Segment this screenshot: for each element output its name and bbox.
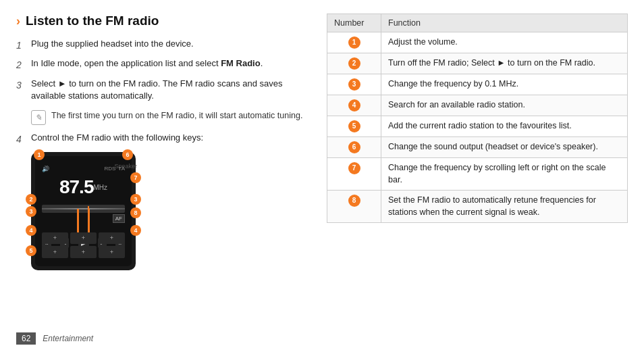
- step-4: 4 Control the FM radio with the followin…: [16, 132, 306, 146]
- step-text-4: Control the FM radio with the following …: [31, 132, 203, 145]
- step-text-1: Plug the supplied headset into the devic…: [31, 38, 194, 51]
- step-text-2: In Idle mode, open the application list …: [31, 57, 263, 70]
- freq-main: 87.5: [59, 176, 94, 197]
- row-6-number: 6: [327, 137, 381, 158]
- step-number-2: 2: [16, 57, 31, 72]
- device-inner: Speaker 🔊 RDS TA 87.5MHz: [35, 156, 132, 266]
- row-2-function: Turn off the FM radio; Select ► to turn …: [381, 53, 628, 74]
- label-4-left: 4: [26, 225, 36, 236]
- label-4-right: 4: [130, 225, 141, 236]
- fav-1: [42, 232, 68, 245]
- table-row: 6 Change the sound output (headset or de…: [327, 137, 628, 158]
- chevron-icon: ›: [16, 14, 20, 28]
- row-3-function: Change the frequency by 0.1 MHz.: [381, 74, 628, 95]
- page-footer: 62 Entertainment: [0, 328, 644, 350]
- col-header-number: Number: [327, 14, 381, 32]
- row-7-function: Change the frequency by scrolling left o…: [381, 158, 628, 191]
- step-number-4: 4: [16, 132, 31, 146]
- num-badge-1: 1: [348, 36, 360, 49]
- orange-bar-2: [88, 209, 90, 236]
- row-6-function: Change the sound output (headset or devi…: [381, 137, 628, 158]
- page-number: 62: [16, 332, 36, 345]
- table-row: 3 Change the frequency by 0.1 MHz.: [327, 74, 628, 95]
- mid-control-area: AF: [42, 211, 125, 230]
- num-badge-3: 3: [348, 78, 360, 91]
- label-1: 1: [34, 149, 45, 160]
- right-column: Number Function 1 Adjust the volume. 2 T…: [327, 14, 628, 322]
- section-title: › Listen to the FM radio: [16, 14, 306, 28]
- step-number-3: 3: [16, 78, 31, 92]
- col-header-function: Function: [381, 14, 628, 32]
- row-8-function: Set the FM radio to automatically retune…: [381, 191, 628, 223]
- table-row: 1 Adjust the volume.: [327, 32, 628, 53]
- num-badge-5: 5: [348, 120, 360, 132]
- row-4-function: Search for an available radio station.: [381, 95, 628, 116]
- num-badge-4: 4: [348, 99, 360, 111]
- fav-5: [70, 246, 97, 258]
- row-7-number: 7: [327, 158, 381, 191]
- orange-bar-1: [77, 209, 79, 236]
- scale-bar-inner: [42, 208, 125, 209]
- left-column: › Listen to the FM radio 1 Plug the supp…: [16, 14, 306, 322]
- table-row: 2 Turn off the FM radio; Select ► to tur…: [327, 53, 628, 74]
- table-row: 7 Change the frequency by scrolling left…: [327, 158, 628, 191]
- label-3-left: 3: [26, 206, 36, 217]
- fav-3: [99, 232, 125, 245]
- row-5-number: 5: [327, 116, 381, 137]
- row-3-number: 3: [327, 74, 381, 95]
- page-label: Entertainment: [43, 334, 93, 343]
- label-7: 7: [130, 172, 141, 183]
- row-8-number: 8: [327, 191, 381, 223]
- num-badge-2: 2: [348, 57, 360, 70]
- num-badge-6: 6: [348, 141, 360, 153]
- label-3-right: 3: [130, 194, 141, 205]
- table-row: 4 Search for an available radio station.: [327, 95, 628, 116]
- label-5: 5: [26, 245, 36, 256]
- freq-display: 87.5MHz: [35, 176, 132, 198]
- row-4-number: 4: [327, 95, 381, 116]
- function-table: Number Function 1 Adjust the volume. 2 T…: [327, 14, 628, 223]
- step-2: 2 In Idle mode, open the application lis…: [16, 57, 306, 72]
- num-badge-8: 8: [348, 195, 360, 207]
- fav-2: [70, 232, 97, 245]
- device-image: 1 6 7 2 3 3 8 4 4 5: [31, 152, 136, 270]
- label-2: 2: [26, 194, 36, 205]
- num-badge-7: 7: [348, 162, 360, 174]
- row-1-number: 1: [327, 32, 381, 53]
- device-container: 1 6 7 2 3 3 8 4 4 5: [31, 152, 306, 270]
- label-6: 6: [122, 149, 133, 160]
- row-5-function: Add the current radio station to the fav…: [381, 116, 628, 137]
- note-text: The first time you turn on the FM radio,…: [51, 109, 302, 122]
- fav-4: [42, 246, 68, 258]
- note-box: ✎ The first time you turn on the FM radi…: [31, 109, 306, 125]
- device-screen: Speaker 🔊 RDS TA 87.5MHz: [31, 152, 136, 270]
- top-badges: RDS TA: [104, 166, 125, 172]
- badge-left: RDS: [104, 166, 115, 172]
- label-8: 8: [130, 207, 141, 218]
- table-row: 8 Set the FM radio to automatically retu…: [327, 191, 628, 223]
- af-badge: AF: [113, 214, 125, 223]
- badge-right: TA: [118, 166, 125, 172]
- volume-icon: 🔊: [42, 166, 49, 172]
- step-1: 1 Plug the supplied headset into the dev…: [16, 38, 306, 52]
- row-2-number: 2: [327, 53, 381, 74]
- step-3: 3 Select ► to turn on the FM radio. The …: [16, 78, 306, 103]
- steps-list: 1 Plug the supplied headset into the dev…: [16, 38, 306, 103]
- device-top-bar: 🔊 RDS TA: [42, 163, 125, 175]
- page-title: Listen to the FM radio: [26, 14, 159, 28]
- note-icon: ✎: [31, 110, 46, 125]
- table-row: 5 Add the current radio station to the f…: [327, 116, 628, 137]
- fav-6: [99, 246, 125, 258]
- step-text-3: Select ► to turn on the FM radio. The FM…: [31, 78, 306, 103]
- fav-grid: [42, 232, 125, 258]
- step-number-1: 1: [16, 38, 31, 52]
- row-1-function: Adjust the volume.: [381, 32, 628, 53]
- freq-unit: MHz: [93, 183, 107, 191]
